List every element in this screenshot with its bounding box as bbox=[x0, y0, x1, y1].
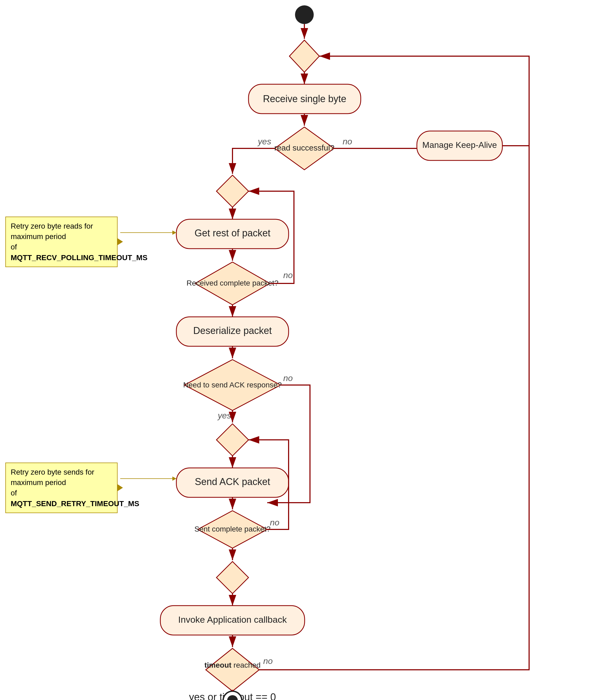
get-rest-label: Get rest of packet bbox=[194, 227, 271, 239]
no5-label: no bbox=[263, 656, 273, 666]
no1-label: no bbox=[343, 137, 352, 146]
note2-bold: MQTT_SEND_RETRY_TIMEOUT_MS bbox=[11, 499, 139, 508]
manage-keepalive-label: Manage Keep-Alive bbox=[422, 140, 497, 150]
yes2-label: yes bbox=[217, 411, 231, 420]
no2-label: no bbox=[283, 270, 293, 280]
read-successful-label: read successful? bbox=[274, 143, 334, 152]
yes1-label: yes bbox=[257, 137, 271, 146]
received-complete-label: Received complete packet? bbox=[187, 279, 278, 287]
note1-box: Retry zero byte reads for maximum period… bbox=[5, 217, 118, 267]
note2-text1: Retry zero byte sends for maximum period bbox=[11, 468, 94, 486]
no3-label: no bbox=[283, 373, 293, 383]
no4-label: no bbox=[270, 518, 279, 527]
timeout-reached-plain: timeout reached bbox=[205, 661, 261, 669]
send-ack-label: Send ACK packet bbox=[195, 476, 270, 487]
invoke-callback-label: Invoke Application callback bbox=[178, 614, 287, 625]
start-dot bbox=[295, 5, 314, 24]
deserialize-label: Deserialize packet bbox=[193, 325, 272, 336]
note2-box: Retry zero byte sends for maximum period… bbox=[5, 463, 118, 513]
sent-complete-label: Sent complete packet? bbox=[194, 525, 271, 533]
note1-bold: MQTT_RECV_POLLING_TIMEOUT_MS bbox=[11, 254, 147, 262]
note1-text1: Retry zero byte reads for maximum period bbox=[11, 222, 93, 241]
need-ack-label: Need to send ACK response? bbox=[183, 381, 282, 389]
receive-byte-label: Receive single byte bbox=[263, 93, 346, 104]
